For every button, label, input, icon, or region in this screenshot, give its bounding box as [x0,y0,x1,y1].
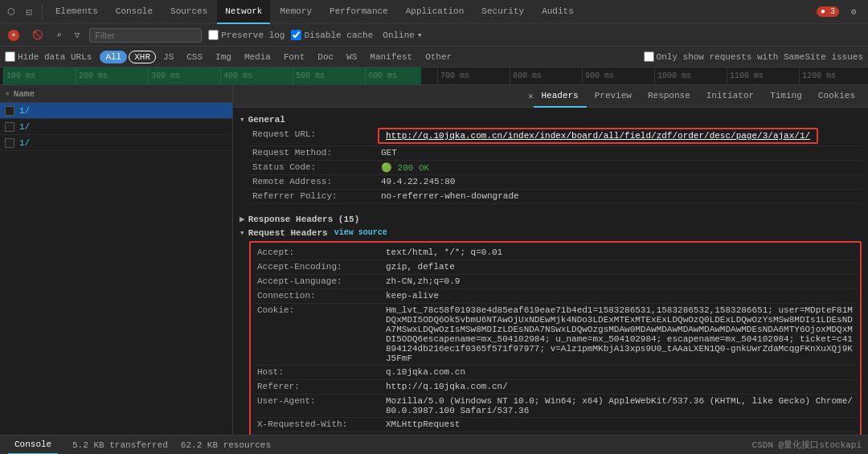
left-header: ▾ Name [0,85,232,103]
tab-application[interactable]: Application [398,0,473,24]
referrer-policy-key: Referrer Policy: [249,190,378,203]
disable-cache-checkbox[interactable]: Disable cache [291,30,373,40]
sort-arrow-icon: ▾ [5,88,10,99]
filter-pill-img[interactable]: Img [210,51,237,63]
filter-pill-all[interactable]: All [100,51,127,63]
network-toolbar: ● 🚫 ⌕ ▽ Preserve log Disable cache Onlin… [0,24,868,47]
filter-pill-css[interactable]: CSS [181,51,208,63]
request-item-2[interactable]: 1/ [0,135,232,151]
xrequested-value: XMLHttpRequest [383,418,857,432]
remote-address-value: 49.4.22.245:80 [378,175,862,189]
accept-value: text/html, */*; q=0.01 [383,246,857,260]
funnel-button[interactable]: ▽ [72,28,84,42]
useragent-row: User-Agent: Mozilla/5.0 (Windows NT 10.0… [254,395,857,418]
cookie-value: Hm_lvt_78c58f01938e4d85eaf619eae71b4ed1=… [383,304,857,365]
sub-tab-initiator[interactable]: Initiator [698,85,762,108]
sub-tabs: ✕ Headers Preview Response Initiator Tim… [233,85,868,108]
filter-pill-media[interactable]: Media [239,51,276,63]
request-item-0[interactable]: 1/ [0,103,232,119]
tab-sources[interactable]: Sources [162,0,215,24]
request-headers-arrow-icon: ▾ [240,227,245,238]
throttle-dropdown[interactable]: Online ▾ [379,28,425,42]
tab-memory[interactable]: Memory [272,0,320,24]
request-url-key: Request URL: [249,128,378,145]
view-source-link[interactable]: view source [334,228,387,237]
host-row: Host: q.10jqka.com.cn [254,366,857,380]
general-section-header[interactable]: ▾ General [240,114,862,125]
clear-icon: 🚫 [32,30,43,40]
filter-pill-doc[interactable]: Doc [312,51,339,63]
response-headers-section-header[interactable]: ▶ Response Headers (15) [240,214,862,224]
host-value: q.10jqka.com.cn [383,366,857,379]
watermark: CSDN @量化接口stockapi [752,439,862,451]
console-tab-item[interactable]: Console [8,436,58,455]
accept-language-value: zh-CN,zh;q=0.9 [383,275,857,288]
preserve-log-checkbox[interactable]: Preserve log [208,30,285,40]
cookie-row: Cookie: Hm_lvt_78c58f01938e4d85eaf619eae… [254,304,857,366]
request-method-value: GET [378,146,862,160]
filter-pill-font[interactable]: Font [278,51,310,63]
referrer-policy-row: Referrer Policy: no-referrer-when-downgr… [249,190,862,204]
tab-performance[interactable]: Performance [321,0,396,24]
filter-input[interactable] [89,28,202,43]
filter-pill-xhr[interactable]: XHR [129,51,156,63]
request-headers-section-content: Accept: text/html, */*; q=0.01 Accept-En… [249,241,862,435]
console-tab-bar: Console [0,435,66,454]
hide-data-urls-checkbox[interactable]: Hide data URLs [5,51,92,62]
tick-9: 1000 ms [654,67,727,84]
settings-icon[interactable]: ⚙ [845,4,862,20]
tick-6: 700 ms [437,67,510,84]
tick-10: 1100 ms [727,67,799,84]
tick-8: 900 ms [582,67,654,84]
request-checkbox-2[interactable] [5,138,14,148]
general-kv-table: Request URL: http://q.10jqka.com.cn/inde… [249,128,862,204]
filter-icon: ⌕ [56,30,62,40]
sub-tab-timing[interactable]: Timing [762,85,810,108]
resources-size: 62.2 KB resources [181,440,271,450]
accept-language-row: Accept-Language: zh-CN,zh;q=0.9 [254,275,857,289]
filter-pill-manifest[interactable]: Manifest [364,51,418,63]
tab-elements[interactable]: Elements [47,0,106,24]
sub-tab-response[interactable]: Response [640,85,698,108]
dropdown-arrow-icon: ▾ [417,30,423,40]
timeline-progress [3,67,421,84]
connection-row: Connection: keep-alive [254,289,857,304]
tab-audits[interactable]: Audits [534,0,582,24]
request-headers-box: Accept: text/html, */*; q=0.01 Accept-En… [249,241,862,435]
sub-tab-cookies[interactable]: Cookies [810,85,863,108]
request-checkbox-1[interactable] [5,122,14,132]
samesite-checkbox[interactable]: Only show requests with SameSite issues [644,51,863,62]
sub-tab-preview[interactable]: Preview [587,85,640,108]
host-key: Host: [254,366,383,379]
tab-network[interactable]: Network [217,0,270,24]
general-arrow-icon: ▾ [240,114,245,125]
accept-encoding-key: Accept-Encoding: [254,260,383,274]
clear-button[interactable]: 🚫 [29,28,47,42]
request-url-row: Request URL: http://q.10jqka.com.cn/inde… [249,128,862,146]
dock-icon[interactable]: ◱ [21,4,37,20]
request-headers-section-header[interactable]: ▾ Request Headers view source [240,227,862,238]
referrer-policy-value: no-referrer-when-downgrade [378,190,862,203]
right-panel: ✕ Headers Preview Response Initiator Tim… [233,85,868,435]
general-section-content: Request URL: http://q.10jqka.com.cn/inde… [249,128,862,204]
filter-pill-other[interactable]: Other [420,51,457,63]
referer-key: Referer: [254,380,383,394]
tab-security[interactable]: Security [473,0,532,24]
accept-row: Accept: text/html, */*; q=0.01 [254,246,857,260]
left-panel: ▾ Name 1/ 1/ 1/ [0,85,233,435]
devtools-toggle-icon[interactable]: ⬡ [3,4,19,20]
filter-pill-ws[interactable]: WS [341,51,362,63]
top-tab-bar: ⬡ ◱ Elements Console Sources Network Mem… [0,0,868,24]
accept-language-key: Accept-Language: [254,275,383,288]
sub-tab-headers[interactable]: Headers [534,85,587,108]
record-button[interactable]: ● [5,28,23,43]
accept-encoding-row: Accept-Encoding: gzip, deflate [254,260,857,275]
request-checkbox-0[interactable] [5,106,14,116]
tab-console[interactable]: Console [108,0,161,24]
filter-pill-js[interactable]: JS [158,51,179,63]
request-item-1[interactable]: 1/ [0,119,232,135]
search-button[interactable]: ⌕ [53,28,65,42]
connection-key: Connection: [254,289,383,303]
close-panel-icon[interactable]: ✕ [528,91,534,101]
request-url-value[interactable]: http://q.10jqka.com.cn/index/index/board… [383,129,813,142]
